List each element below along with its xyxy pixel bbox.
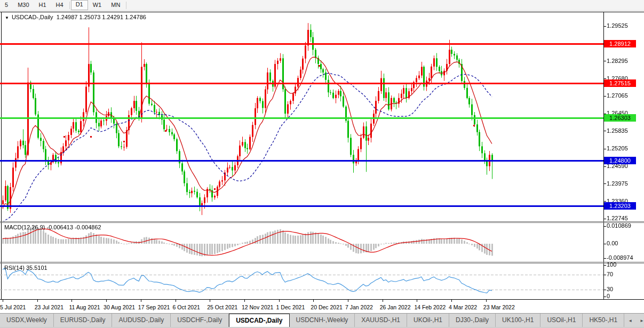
price-tick-label: 1.23975 [607, 180, 628, 187]
timeframe-button-mn[interactable]: MN [106, 1, 125, 10]
date-tick-mark [3, 300, 3, 302]
level-price-badge: 1.24800 [604, 157, 636, 164]
rsi-tick-label: 0 [607, 293, 610, 299]
rsi-tick-mark [603, 290, 606, 290]
price-tick-mark [603, 183, 606, 184]
rsi-indicator-canvas[interactable] [0, 263, 603, 299]
macd-tick-label: -0.008974 [607, 254, 633, 261]
macd-tick-label: 0.00 [607, 240, 618, 246]
rsi-tick-label: 70 [607, 271, 613, 277]
date-tick-mark [313, 300, 314, 302]
macd-name: MACD(12,26,9) [4, 224, 45, 230]
macd-tick-mark [603, 258, 606, 259]
date-tick-label: 30 Aug 2021 [104, 304, 135, 310]
price-tick-label: 1.28295 [607, 58, 628, 64]
macd-pane-top-border [0, 222, 644, 223]
tab-dj30-daily[interactable]: DJ30-,Daily [449, 314, 496, 327]
tab-usdchf-daily[interactable]: USDCHF-,Daily [171, 314, 229, 327]
date-tick-label: 25 Oct 2021 [207, 304, 237, 310]
macd-tick-label: 0.010869 [607, 222, 631, 229]
chart-title: ▼USDCAD-,Daily 1.24987 1.25073 1.24291 1… [5, 14, 146, 20]
tab-usdx-weekly[interactable]: USDX,Weekly [0, 314, 54, 327]
level-price-badge: 1.26303 [604, 114, 636, 122]
rsi-tick-mark [603, 297, 606, 297]
rsi-tick-mark [603, 275, 606, 275]
chart-symbol-label: USDCAD-,Daily [12, 14, 53, 20]
tab-uk100-h1[interactable]: UK100-,H1 [496, 314, 540, 327]
price-tick-mark [603, 219, 606, 219]
price-tick-mark [603, 201, 606, 202]
tab-audusd-daily[interactable]: AUDUSD-,Daily [112, 314, 171, 327]
tab-scroll-right-icon[interactable]: ► [636, 318, 644, 323]
rsi-label: RSI(14) 35.5101 [4, 265, 47, 271]
chart-ohlc-values: 1.24987 1.25073 1.24291 1.24786 [57, 14, 146, 20]
price-axis-line [603, 12, 604, 300]
date-tick-mark [106, 300, 107, 302]
tab-scroll-left-icon[interactable]: ◄ [624, 318, 636, 323]
rsi-pane-top-border [0, 263, 644, 263]
rsi-tick-mark [603, 265, 606, 266]
macd-rsi-splitter[interactable] [0, 262, 644, 262]
price-tick-label: 1.25205 [607, 145, 628, 151]
tab-hk50-h1[interactable]: HK50-,H1 [583, 314, 624, 327]
date-tick-mark [210, 300, 210, 302]
price-tick-label: 1.22745 [607, 215, 628, 221]
mt4-chart-window: { "window": { "title_symbol": "USDCAD-,D… [0, 0, 644, 328]
price-tick-label: 1.29525 [607, 22, 628, 29]
date-tick-label: 12 Nov 2021 [242, 304, 274, 310]
date-tick-mark [486, 300, 487, 302]
date-tick-mark [417, 300, 417, 302]
date-tick-label: 4 Mar 2022 [449, 304, 477, 310]
tab-usdcad-daily[interactable]: USDCAD-,Daily [229, 314, 289, 327]
timeframe-button-h4[interactable]: H4 [51, 1, 68, 10]
date-tick-mark [451, 300, 452, 302]
timeframe-button-d1[interactable]: D1 [71, 0, 88, 10]
tab-ukoil-h1[interactable]: UKOil-,H1 [407, 314, 449, 327]
timeframe-button-5[interactable]: 5 [0, 1, 13, 10]
timeframe-button-m30[interactable]: M30 [13, 1, 34, 10]
date-tick-mark [383, 300, 383, 302]
price-tick-mark [603, 61, 606, 61]
price-tick-mark [603, 166, 606, 167]
level-price-badge: 1.27515 [604, 79, 636, 87]
date-tick-label: 14 Feb 2022 [414, 304, 446, 310]
timeframe-toolbar: 5M30H1H4D1W1MN [0, 0, 644, 11]
price-tick-mark [603, 131, 606, 131]
timeframe-button-w1[interactable]: W1 [88, 1, 107, 10]
level-price-badge: 1.28912 [604, 40, 636, 47]
date-tick-label: 5 Jul 2021 [0, 304, 26, 310]
date-tick-label: 11 Aug 2021 [69, 304, 100, 310]
date-tick-label: 23 Mar 2022 [483, 304, 515, 310]
date-tick-label: 7 Jan 2022 [345, 304, 373, 310]
date-tick-mark [244, 300, 245, 302]
price-tick-mark [603, 26, 606, 27]
main-price-chart-canvas[interactable] [0, 12, 603, 221]
date-tick-label: 26 Jan 2022 [380, 304, 411, 310]
price-tick-label: 1.25835 [607, 127, 628, 134]
toolbar-separator [126, 2, 126, 9]
date-tick-mark [71, 300, 72, 302]
chevron-down-icon[interactable]: ▼ [5, 15, 9, 20]
date-tick-label: 23 Jul 2021 [35, 304, 63, 310]
macd-tick-mark [603, 244, 606, 244]
macd-values: -0.006413 -0.004862 [46, 224, 101, 230]
tab-eurusd-daily[interactable]: EURUSD-,Daily [54, 314, 113, 327]
tab-xauusd-h1[interactable]: XAUUSD-,H1 [355, 314, 407, 327]
chart-tab-bar: USDX,WeeklyEURUSD-,DailyAUDUSD-,DailyUSD… [0, 313, 644, 327]
date-tick-label: 17 Sep 2021 [138, 304, 170, 310]
date-axis: 5 Jul 202123 Jul 202111 Aug 202130 Aug 2… [0, 300, 644, 313]
rsi-tick-label: 100 [607, 261, 616, 268]
toolbar-separator [69, 2, 70, 9]
tab-usdcnh-weekly[interactable]: USDCNH-,Weekly [290, 314, 355, 327]
main-macd-splitter[interactable] [0, 221, 644, 222]
tab-scroll-arrows: ◄► [624, 314, 644, 327]
level-price-badge: 1.23203 [604, 202, 636, 210]
tab-usoil-h1[interactable]: USOil-,H1 [540, 314, 583, 327]
date-tick-mark [141, 300, 141, 302]
date-tick-label: 20 Dec 2021 [311, 304, 343, 310]
price-tick-mark [603, 149, 606, 149]
timeframe-button-h1[interactable]: H1 [34, 1, 51, 10]
price-tick-mark [603, 96, 606, 97]
date-tick-mark [279, 300, 280, 302]
price-tick-mark [603, 78, 606, 79]
